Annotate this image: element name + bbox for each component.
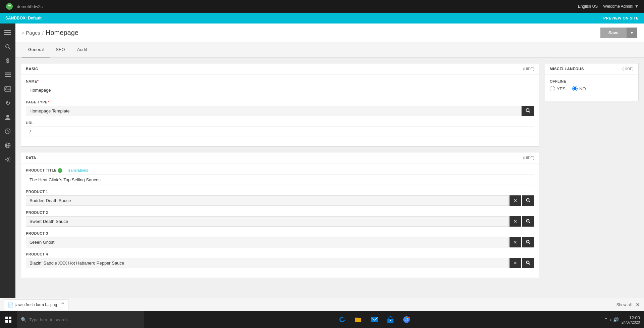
app-layout: $ ↻	[0, 24, 644, 311]
sidebar-icon-list[interactable]	[1, 68, 14, 81]
basic-panel: BASIC (HIDE) NAME* PAGE TYPE*	[21, 63, 539, 147]
download-expand-button[interactable]: ⌃	[60, 301, 65, 308]
taskbar-clock: 12:00 24/07/2020	[622, 315, 640, 324]
taskbar-app-chrome[interactable]	[399, 312, 414, 327]
product3-search-button[interactable]	[522, 237, 534, 247]
svg-point-10	[6, 115, 9, 118]
product4-label: PRODUCT 4	[26, 252, 534, 256]
sidebar-icon-money[interactable]: $	[1, 54, 14, 67]
taskbar-right: ⌃ ♪ 🔊 12:00 24/07/2020	[604, 315, 644, 324]
sidebar-icon-refresh[interactable]: ↻	[1, 97, 14, 109]
product4-clear-button[interactable]: ✕	[509, 258, 521, 268]
svg-rect-2	[4, 34, 11, 35]
page-header: ‹ Pages / Homepage Save ▼	[15, 24, 644, 42]
product1-clear-button[interactable]: ✕	[509, 195, 521, 206]
sidebar-icon-search[interactable]	[1, 40, 14, 53]
save-dropdown-button[interactable]: ▼	[627, 28, 637, 38]
tab-seo[interactable]: SEO	[50, 42, 71, 57]
svg-point-22	[527, 219, 529, 222]
svg-rect-29	[9, 317, 11, 319]
product1-search-button[interactable]	[522, 195, 534, 206]
offline-yes-label[interactable]: YES	[550, 86, 566, 91]
product2-clear-button[interactable]: ✕	[509, 216, 521, 227]
blue-bar: SANDBOX: Default PREVIEW ON SITE	[0, 13, 644, 24]
language-selector[interactable]: English US	[578, 4, 598, 9]
name-label: NAME*	[26, 79, 534, 83]
product2-search-button[interactable]	[522, 216, 534, 227]
page-type-input[interactable]	[26, 106, 522, 116]
taskbar-date: 24/07/2020	[622, 320, 640, 324]
product3-input-row: ✕	[26, 237, 534, 247]
svg-rect-5	[5, 73, 11, 74]
translations-link[interactable]: Translations	[67, 168, 88, 172]
product3-input[interactable]	[26, 237, 509, 247]
sidebar-icon-globe[interactable]	[1, 139, 14, 152]
svg-line-19	[529, 111, 530, 113]
misc-panel-hide[interactable]: (HIDE)	[622, 67, 634, 71]
sidebar-icon-settings[interactable]	[1, 153, 14, 166]
taskbar-app-mail[interactable]	[367, 312, 382, 327]
taskbar-search-bar: 🔍	[17, 311, 144, 328]
start-button[interactable]	[0, 311, 17, 328]
taskbar: 🔍	[0, 311, 644, 328]
product-title-label: PRODUCT TITLE i Translations	[26, 168, 534, 173]
welcome-menu[interactable]: Welcome Admin! ▼	[603, 4, 639, 9]
data-panel-hide[interactable]: (HIDE)	[523, 156, 534, 160]
page-type-search-button[interactable]	[522, 106, 534, 116]
svg-rect-32	[371, 317, 378, 322]
product2-input-row: ✕	[26, 216, 534, 227]
product2-input[interactable]	[26, 216, 509, 227]
taskbar-app-explorer[interactable]	[351, 312, 366, 327]
product3-clear-button[interactable]: ✕	[509, 237, 521, 247]
svg-line-23	[529, 222, 530, 223]
tab-general[interactable]: General	[22, 42, 50, 57]
breadcrumb-pages[interactable]: Pages	[26, 30, 40, 36]
breadcrumb: ‹ Pages / Homepage	[22, 29, 78, 37]
name-field-group: NAME*	[26, 79, 534, 95]
sidebar-icon-clock[interactable]	[1, 125, 14, 138]
product4-group: PRODUCT 4 ✕	[26, 252, 534, 268]
basic-panel-hide[interactable]: (HIDE)	[523, 67, 534, 71]
product1-label: PRODUCT 1	[26, 190, 534, 194]
product1-input[interactable]	[26, 195, 509, 206]
offline-yes-radio[interactable]	[550, 86, 555, 91]
name-input[interactable]	[26, 85, 534, 95]
taskbar-icons-area: ⌃ ♪ 🔊	[604, 317, 619, 322]
url-field-group: URL	[26, 121, 534, 137]
save-button[interactable]: Save	[600, 28, 627, 38]
taskbar-app-edge[interactable]	[335, 312, 350, 327]
offline-field-group: OFFLINE YES NO	[550, 79, 634, 91]
product4-input[interactable]	[26, 258, 509, 268]
main-content: BASIC (HIDE) NAME* PAGE TYPE*	[15, 58, 644, 283]
product4-search-button[interactable]	[522, 258, 534, 268]
back-button[interactable]: ‹	[22, 30, 24, 36]
info-icon: i	[58, 168, 62, 173]
product3-label: PRODUCT 3	[26, 231, 534, 235]
show-all-button[interactable]: Show all	[616, 302, 632, 307]
svg-point-34	[390, 320, 391, 321]
misc-panel-title: MISCELLANEOUS	[550, 67, 584, 71]
download-bar: 📄 jawin fresh farm l....png ⌃ Show all ✕	[0, 298, 644, 311]
sidebar-icon-image[interactable]	[1, 83, 14, 95]
offline-no-radio[interactable]	[572, 86, 578, 91]
close-download-button[interactable]: ✕	[636, 301, 640, 308]
tabs-bar: General SEO Audit	[15, 42, 644, 58]
sandbox-label: SANDBOX: Default	[5, 16, 42, 20]
svg-rect-31	[9, 320, 11, 323]
url-input[interactable]	[26, 127, 534, 137]
product-title-input[interactable]	[26, 175, 534, 185]
product2-group: PRODUCT 2 ✕	[26, 210, 534, 227]
page-type-field-group: PAGE TYPE*	[26, 100, 534, 116]
taskbar-app-store[interactable]	[383, 312, 398, 327]
page-type-label: PAGE TYPE*	[26, 100, 534, 104]
chevron-down-icon: ▼	[635, 4, 639, 9]
taskbar-search-input[interactable]	[29, 317, 140, 322]
svg-line-21	[529, 201, 530, 202]
preview-site-button[interactable]: PREVIEW ON SITE	[603, 16, 639, 20]
svg-point-18	[526, 109, 529, 112]
data-panel-body: PRODUCT TITLE i Translations PRODUCT 1	[21, 163, 539, 278]
tab-audit[interactable]: Audit	[71, 42, 93, 57]
offline-no-label[interactable]: NO	[572, 86, 586, 91]
sidebar-icon-dashboard[interactable]	[1, 26, 14, 39]
sidebar-icon-person[interactable]	[1, 111, 14, 124]
